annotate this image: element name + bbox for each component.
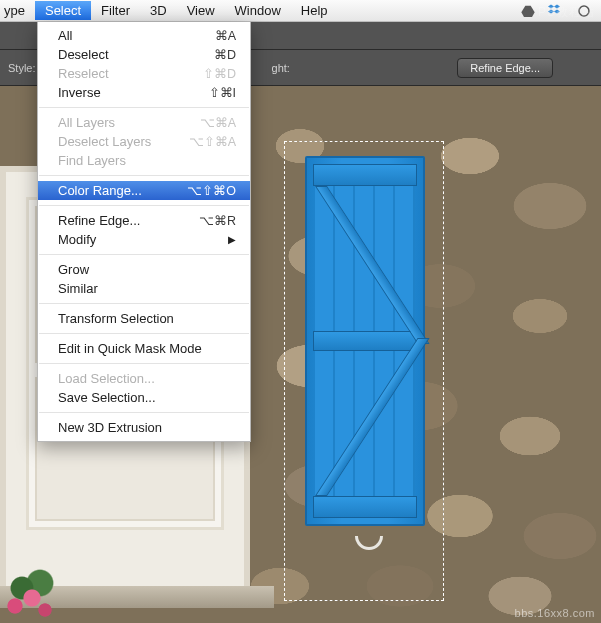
menu-item-label: Color Range...	[58, 183, 187, 198]
menu-item-label: Reselect	[58, 66, 203, 81]
options-style-label: Style:	[8, 62, 36, 74]
menu-separator	[39, 333, 249, 334]
menu-separator	[39, 175, 249, 176]
menubar-item-view[interactable]: View	[177, 1, 225, 20]
photo-shutter-midrail	[313, 331, 417, 351]
menu-item-color-range[interactable]: Color Range...⌥⇧⌘O	[38, 181, 250, 200]
svg-marker-0	[521, 5, 534, 16]
menu-item-label: All Layers	[58, 115, 200, 130]
gdrive-icon[interactable]	[519, 4, 537, 18]
menu-item-all[interactable]: All⌘A	[38, 26, 250, 45]
menu-item-shortcut: ⌥⌘A	[200, 115, 236, 130]
menu-item-label: Inverse	[58, 85, 209, 100]
watermark-bottom: bbs.16xx8.com	[515, 607, 595, 619]
menu-item-shortcut: ⇧⌘I	[209, 85, 236, 100]
menu-item-label: Edit in Quick Mask Mode	[58, 341, 236, 356]
menu-item-shortcut: ⌥⇧⌘O	[187, 183, 236, 198]
menu-item-grow[interactable]: Grow	[38, 260, 250, 279]
photo-flowers	[0, 568, 60, 623]
photo-blue-shutter	[305, 156, 425, 526]
watermark-top: PS教程站	[538, 4, 595, 21]
menubar-item-filter[interactable]: Filter	[91, 1, 140, 20]
menu-separator	[39, 205, 249, 206]
menu-item-save-selection[interactable]: Save Selection...	[38, 388, 250, 407]
menu-item-label: All	[58, 28, 215, 43]
menu-item-inverse[interactable]: Inverse⇧⌘I	[38, 83, 250, 102]
select-menu-dropdown: All⌘ADeselect⌘DReselect⇧⌘DInverse⇧⌘IAll …	[37, 22, 251, 442]
menu-separator	[39, 107, 249, 108]
menu-item-load-selection: Load Selection...	[38, 369, 250, 388]
menu-item-reselect: Reselect⇧⌘D	[38, 64, 250, 83]
menu-item-shortcut: ⌥⌘R	[199, 213, 236, 228]
menu-item-edit-in-quick-mask-mode[interactable]: Edit in Quick Mask Mode	[38, 339, 250, 358]
menu-item-modify[interactable]: Modify▶	[38, 230, 250, 249]
menu-item-deselect-layers: Deselect Layers⌥⇧⌘A	[38, 132, 250, 151]
menu-separator	[39, 363, 249, 364]
menubar-item-select[interactable]: Select	[35, 1, 91, 20]
menu-item-label: Modify	[58, 232, 222, 247]
menu-item-label: Deselect Layers	[58, 134, 189, 149]
mac-menubar: ype Select Filter 3D View Window Help PS…	[0, 0, 601, 22]
menu-item-label: Refine Edge...	[58, 213, 199, 228]
menu-item-transform-selection[interactable]: Transform Selection	[38, 309, 250, 328]
menu-item-shortcut: ⌘A	[215, 28, 236, 43]
menubar-item-type[interactable]: ype	[4, 1, 35, 20]
menu-item-label: Similar	[58, 281, 236, 296]
menu-item-label: Deselect	[58, 47, 214, 62]
menu-item-label: Load Selection...	[58, 371, 236, 386]
menu-item-label: New 3D Extrusion	[58, 420, 236, 435]
menubar-item-help[interactable]: Help	[291, 1, 338, 20]
menu-item-label: Transform Selection	[58, 311, 236, 326]
menu-item-shortcut: ⌥⇧⌘A	[189, 134, 236, 149]
menu-item-label: Find Layers	[58, 153, 236, 168]
menu-separator	[39, 254, 249, 255]
menubar-item-window[interactable]: Window	[225, 1, 291, 20]
menu-item-refine-edge[interactable]: Refine Edge...⌥⌘R	[38, 211, 250, 230]
menu-item-new-3d-extrusion[interactable]: New 3D Extrusion	[38, 418, 250, 437]
refine-edge-button[interactable]: Refine Edge...	[457, 58, 553, 78]
menu-item-find-layers: Find Layers	[38, 151, 250, 170]
menu-item-label: Grow	[58, 262, 236, 277]
menu-item-deselect[interactable]: Deselect⌘D	[38, 45, 250, 64]
menu-item-shortcut: ⌘D	[214, 47, 236, 62]
menu-item-all-layers: All Layers⌥⌘A	[38, 113, 250, 132]
menu-item-shortcut: ⇧⌘D	[203, 66, 236, 81]
menu-separator	[39, 412, 249, 413]
menu-item-similar[interactable]: Similar	[38, 279, 250, 298]
menu-item-label: Save Selection...	[58, 390, 236, 405]
menu-separator	[39, 303, 249, 304]
menubar-item-3d[interactable]: 3D	[140, 1, 177, 20]
submenu-arrow-icon: ▶	[228, 234, 236, 245]
options-height-label: ght:	[272, 62, 290, 74]
